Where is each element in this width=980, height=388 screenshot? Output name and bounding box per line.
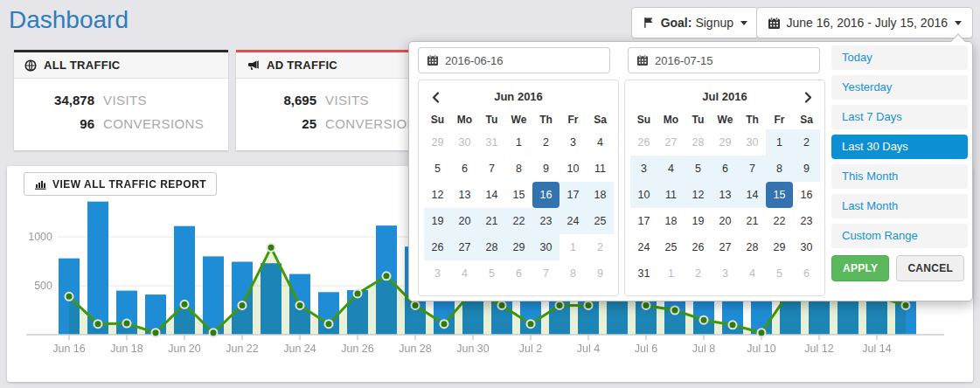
calendar-day[interactable]: 23 [793, 208, 820, 234]
line-marker[interactable] [383, 272, 391, 280]
calendar-day[interactable]: 29 [766, 234, 793, 260]
calendar-day[interactable]: 6 [712, 156, 739, 182]
calendar-day[interactable]: 12 [685, 182, 712, 208]
calendar-day[interactable]: 4 [657, 156, 685, 182]
calendar-day[interactable]: 27 [451, 234, 478, 260]
calendar-day[interactable]: 9 [587, 260, 614, 287]
apply-button[interactable]: APPLY [831, 255, 889, 281]
start-date-input[interactable] [418, 47, 610, 73]
line-marker[interactable] [152, 329, 160, 336]
calendar-day[interactable]: 13 [451, 182, 478, 208]
calendar-day[interactable]: 6 [505, 260, 532, 287]
calendar-day[interactable]: 29 [712, 129, 739, 156]
calendar-day[interactable]: 22 [766, 208, 793, 234]
calendar-day[interactable]: 30 [739, 129, 766, 156]
calendar-day[interactable]: 8 [505, 156, 532, 182]
calendar-day[interactable]: 19 [424, 208, 451, 234]
calendar-day[interactable]: 8 [560, 260, 587, 287]
calendar-prev-icon[interactable] [426, 86, 445, 108]
calendar-day[interactable]: 5 [478, 260, 505, 287]
calendar-day[interactable]: 21 [739, 208, 766, 234]
line-marker[interactable] [296, 301, 304, 309]
calendar-day[interactable]: 11 [587, 156, 614, 182]
calendar-day[interactable]: 25 [657, 234, 685, 260]
line-marker[interactable] [94, 320, 102, 328]
calendar-day[interactable]: 9 [532, 156, 560, 182]
calendar-day[interactable]: 26 [424, 234, 451, 260]
calendar-day[interactable]: 14 [478, 182, 505, 208]
calendar-day[interactable]: 12 [424, 182, 451, 208]
preset-last-7-days[interactable]: Last 7 Days [831, 105, 968, 129]
calendar-day[interactable]: 2 [793, 129, 820, 156]
chart-bar[interactable] [87, 202, 108, 335]
line-marker[interactable] [210, 329, 218, 336]
calendar-day-selected[interactable]: 15 [766, 182, 793, 208]
preset-last-month[interactable]: Last Month [831, 194, 968, 218]
calendar-day[interactable]: 30 [451, 129, 478, 156]
calendar-day[interactable]: 3 [712, 260, 739, 287]
calendar-day[interactable]: 20 [451, 208, 478, 234]
line-marker[interactable] [671, 307, 679, 315]
calendar-day[interactable]: 13 [712, 182, 739, 208]
view-all-traffic-report-button[interactable]: VIEW ALL TRAFFIC REPORT [24, 172, 217, 196]
line-marker[interactable] [325, 320, 333, 328]
calendar-day[interactable]: 3 [560, 129, 587, 156]
calendar-day[interactable]: 28 [739, 234, 766, 260]
calendar-day[interactable]: 11 [657, 182, 685, 208]
line-marker[interactable] [441, 320, 448, 328]
goal-selector-button[interactable]: Goal: Signup [631, 7, 759, 38]
calendar-day[interactable]: 3 [424, 260, 451, 287]
calendar-day[interactable]: 15 [505, 182, 532, 208]
calendar-day[interactable]: 1 [505, 129, 532, 156]
cancel-button[interactable]: CANCEL [896, 255, 964, 281]
calendar-day[interactable]: 28 [478, 234, 505, 260]
chart-bar[interactable] [203, 256, 224, 335]
calendar-day[interactable]: 22 [505, 208, 532, 234]
calendar-day[interactable]: 9 [793, 156, 820, 182]
calendar-day[interactable]: 1 [766, 129, 793, 156]
line-marker[interactable] [123, 320, 131, 328]
calendar-day[interactable]: 10 [630, 182, 657, 208]
preset-today[interactable]: Today [831, 45, 968, 70]
calendar-day[interactable]: 14 [739, 182, 766, 208]
line-marker[interactable] [412, 301, 420, 309]
calendar-day[interactable]: 25 [587, 208, 614, 234]
calendar-day[interactable]: 8 [766, 156, 793, 182]
line-marker[interactable] [527, 320, 535, 328]
calendar-day[interactable]: 4 [739, 260, 766, 287]
line-marker[interactable] [729, 321, 737, 329]
calendar-day[interactable]: 24 [630, 234, 657, 260]
start-date-value[interactable] [445, 54, 585, 67]
calendar-day[interactable]: 31 [630, 260, 657, 287]
line-marker[interactable] [181, 301, 189, 308]
calendar-day[interactable]: 5 [424, 156, 451, 182]
preset-custom-range[interactable]: Custom Range [831, 224, 968, 248]
calendar-day[interactable]: 17 [560, 182, 587, 208]
preset-yesterday[interactable]: Yesterday [831, 75, 968, 100]
preset-this-month[interactable]: This Month [831, 164, 968, 189]
calendar-day[interactable]: 30 [793, 234, 820, 260]
calendar-day[interactable]: 23 [532, 208, 560, 234]
calendar-day[interactable]: 21 [478, 208, 505, 234]
calendar-day[interactable]: 24 [560, 208, 587, 234]
line-marker[interactable] [902, 301, 910, 309]
calendar-day[interactable]: 19 [685, 208, 712, 234]
line-marker[interactable] [585, 301, 593, 309]
calendar-next-icon[interactable] [798, 86, 817, 108]
calendar-day[interactable]: 18 [587, 182, 614, 208]
calendar-day[interactable]: 17 [630, 208, 657, 234]
line-marker[interactable] [239, 301, 247, 309]
calendar-day[interactable]: 2 [532, 129, 560, 156]
date-range-button[interactable]: June 16, 2016 - July 15, 2016 [756, 7, 973, 38]
calendar-day[interactable]: 20 [712, 208, 739, 234]
calendar-day[interactable]: 1 [560, 234, 587, 260]
calendar-day[interactable]: 2 [587, 234, 614, 260]
line-marker[interactable] [268, 244, 275, 252]
calendar-day[interactable]: 27 [712, 234, 739, 260]
preset-last-30-days[interactable]: Last 30 Days [831, 135, 968, 159]
calendar-day[interactable]: 10 [560, 156, 587, 182]
calendar-day[interactable]: 6 [793, 260, 820, 287]
calendar-day-selected[interactable]: 16 [532, 182, 560, 208]
line-marker[interactable] [66, 293, 73, 301]
calendar-day[interactable]: 5 [685, 156, 712, 182]
